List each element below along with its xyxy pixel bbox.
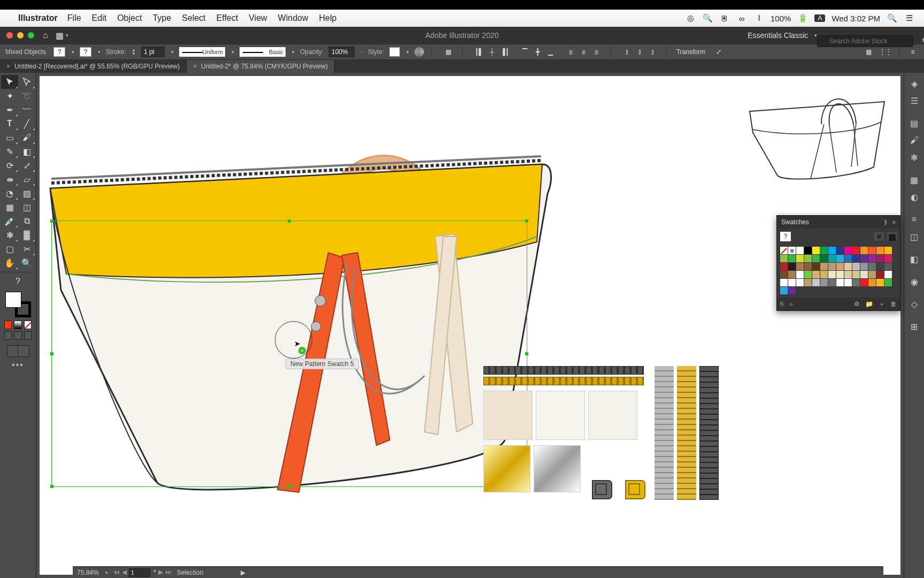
none-button[interactable] <box>24 321 32 329</box>
swatch[interactable] <box>852 255 860 262</box>
swatch[interactable] <box>828 247 836 254</box>
swatch[interactable] <box>780 263 788 270</box>
swatch[interactable] <box>796 263 804 270</box>
swatches-panel[interactable]: Swatches ⟫≡ ? ≡ ▦ ⊕ ⎘ ⟐ ⚙ 📁 ＋ 🗑 <box>776 215 900 311</box>
swatch[interactable] <box>804 255 812 262</box>
swatch[interactable] <box>884 279 892 286</box>
distribute-vcenter-button[interactable]: ⫼ <box>578 46 590 58</box>
new-color-group-icon[interactable]: 📁 <box>865 300 873 308</box>
resize-handle-tl[interactable] <box>50 219 53 223</box>
gradient-tool[interactable]: ◫ <box>18 200 35 214</box>
swatch[interactable] <box>788 287 796 294</box>
menu-edit[interactable]: Edit <box>92 13 107 23</box>
chevron-down-icon[interactable]: ▾ <box>406 49 409 55</box>
symbol-sprayer-tool[interactable]: ❃ <box>1 228 18 242</box>
graphic-styles-panel-icon[interactable]: ◇ <box>907 296 922 311</box>
swatch[interactable] <box>884 263 892 270</box>
panel-menu-icon[interactable]: ≡ <box>907 46 919 58</box>
swatch-registration[interactable]: ⊕ <box>788 247 796 254</box>
menu-select[interactable]: Select <box>182 13 205 23</box>
chevron-down-icon[interactable]: ▾ <box>72 49 74 55</box>
color-panel-icon[interactable]: ◐ <box>907 189 922 204</box>
fill-stroke-indicator[interactable] <box>5 292 31 317</box>
opacity-input[interactable] <box>329 47 355 57</box>
prev-artboard-button[interactable]: ◀ <box>122 568 127 577</box>
active-swatch-indicator[interactable]: ? <box>780 232 791 241</box>
menu-window[interactable]: Window <box>278 13 309 23</box>
swatch[interactable] <box>836 271 844 278</box>
properties-panel-icon[interactable]: ◈ <box>907 76 922 91</box>
select-similar-button[interactable]: ⋮⋮ <box>880 46 891 58</box>
swatch[interactable] <box>804 271 812 278</box>
first-artboard-button[interactable]: ⏮ <box>113 568 120 577</box>
swatch[interactable] <box>828 271 836 278</box>
transform-icon[interactable]: ⤢ <box>713 46 725 58</box>
screenrec-icon[interactable]: ◎ <box>685 13 696 23</box>
menu-object[interactable]: Object <box>117 13 142 23</box>
swatch[interactable] <box>820 279 828 286</box>
stroke-weight-input[interactable] <box>141 47 165 57</box>
thumbnail-view-icon[interactable]: ▦ <box>887 232 897 241</box>
spotlight-icon[interactable]: 🔍 <box>702 13 713 23</box>
swatch[interactable] <box>780 255 788 262</box>
swatch[interactable] <box>884 255 892 262</box>
last-artboard-button[interactable]: ⏭ <box>165 568 172 577</box>
hand-tool[interactable]: ✋ <box>1 256 18 270</box>
chevron-down-icon[interactable]: ▾ <box>105 570 108 575</box>
chevron-down-icon[interactable]: ▾ <box>153 568 156 577</box>
swatches-panel-icon[interactable]: ▦ <box>907 172 922 187</box>
swatch[interactable] <box>812 271 820 278</box>
align-panel-icon[interactable]: ⊞ <box>907 319 922 334</box>
selection-tool[interactable] <box>1 75 18 89</box>
align-right-button[interactable]: ▐┃ <box>499 46 511 58</box>
chevron-down-icon[interactable]: ▾ <box>171 49 174 55</box>
artboard[interactable]: 773 <box>40 76 900 575</box>
swatch[interactable] <box>780 271 788 278</box>
swatch[interactable] <box>828 279 836 286</box>
swatch[interactable] <box>788 271 796 278</box>
show-swatch-kinds-icon[interactable]: ⟐ <box>789 300 793 308</box>
draw-normal-button[interactable] <box>4 331 12 340</box>
transparency-panel-icon[interactable]: ◧ <box>907 252 922 267</box>
swatch[interactable] <box>780 279 788 286</box>
swatch[interactable] <box>844 263 852 270</box>
artboard-number-input[interactable] <box>129 568 150 577</box>
delete-swatch-icon[interactable]: 🗑 <box>890 300 897 308</box>
pen-tool[interactable]: ✒ <box>1 103 18 117</box>
shaper-tool[interactable]: ✎ <box>1 144 18 158</box>
screen-mode-button[interactable] <box>7 345 29 357</box>
swatch[interactable] <box>788 255 796 262</box>
distribute-bottom-button[interactable]: ⫼ <box>591 46 603 58</box>
swatch[interactable] <box>860 271 868 278</box>
swatch[interactable] <box>876 279 884 286</box>
swatch[interactable] <box>860 255 868 262</box>
recolor-artwork-button[interactable] <box>414 47 424 57</box>
swatch[interactable] <box>868 279 876 286</box>
minimize-window-button[interactable] <box>17 32 24 39</box>
zoom-window-button[interactable] <box>28 32 34 39</box>
arrange-documents-button[interactable]: ▦ ▾ <box>56 31 68 41</box>
resize-handle-bl[interactable] <box>50 485 53 488</box>
mesh-tool[interactable]: ▦ <box>1 200 18 214</box>
symbols-panel-icon[interactable]: ❃ <box>907 150 922 165</box>
status-play-icon[interactable]: ▶ <box>241 569 245 576</box>
zoom-level[interactable]: 75.84% <box>77 569 99 576</box>
swatch[interactable] <box>804 279 812 286</box>
swatch-none[interactable] <box>780 247 788 254</box>
draw-behind-button[interactable] <box>14 331 21 340</box>
swatch[interactable] <box>884 271 892 278</box>
app-menu[interactable]: Illustrator <box>18 13 58 23</box>
menu-view[interactable]: View <box>249 13 267 23</box>
artboard-tool[interactable]: ▢ <box>1 242 18 256</box>
blend-tool[interactable]: ⧉ <box>18 214 35 228</box>
swatch[interactable] <box>836 279 844 286</box>
paintbrush-tool[interactable]: 🖌 <box>18 131 35 144</box>
libraries-panel-icon[interactable]: ▤ <box>907 116 922 131</box>
swatch[interactable] <box>788 279 796 286</box>
direct-selection-tool[interactable] <box>18 75 35 89</box>
curvature-tool[interactable]: 〰 <box>18 103 35 117</box>
next-artboard-button[interactable]: ▶ <box>158 568 163 577</box>
swatch[interactable] <box>876 247 884 254</box>
swatch[interactable] <box>868 263 876 270</box>
swatch[interactable] <box>804 263 812 270</box>
